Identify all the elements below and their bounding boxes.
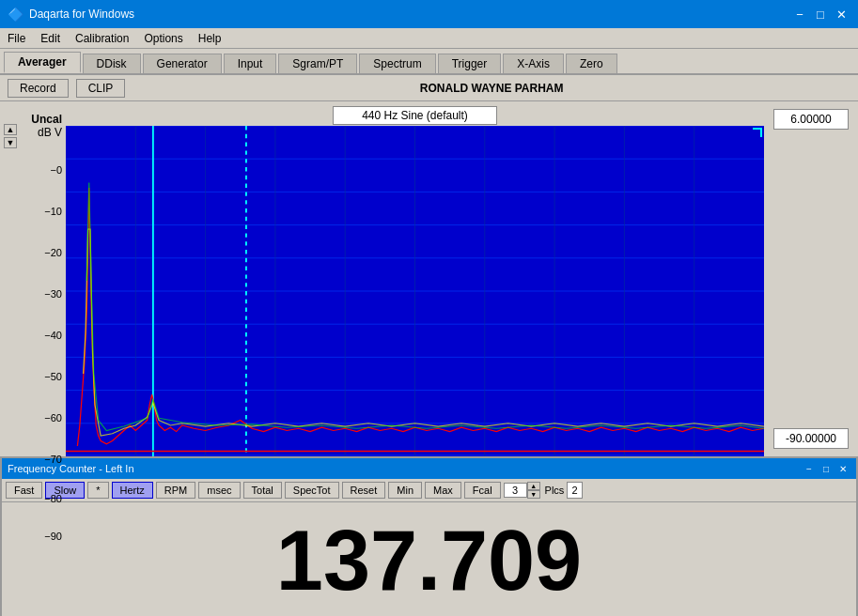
record-button[interactable]: Record bbox=[8, 79, 69, 98]
tab-x-axis[interactable]: X-Axis bbox=[503, 54, 564, 73]
freq-rpm-button[interactable]: RPM bbox=[156, 482, 195, 499]
freq-total-button[interactable]: Total bbox=[243, 482, 282, 499]
chart-wrapper: 440 Hz Sine (default) bbox=[66, 101, 764, 456]
freq-fcal-button[interactable]: Fcal bbox=[464, 482, 501, 499]
y-tick-80: −80 bbox=[44, 494, 62, 504]
tab-averager[interactable]: Averager bbox=[4, 52, 81, 73]
freq-close-button[interactable]: ✕ bbox=[835, 461, 850, 476]
freq-fast-button[interactable]: Fast bbox=[6, 482, 42, 499]
freq-counter-window: Frequency Counter - Left In − □ ✕ Fast S… bbox=[0, 456, 858, 616]
chart-canvas bbox=[66, 126, 764, 456]
plcs-input[interactable] bbox=[504, 483, 527, 498]
freq-hertz-button[interactable]: Hertz bbox=[112, 482, 153, 499]
y-tick-60: −60 bbox=[44, 413, 62, 424]
y-tick-40: −40 bbox=[44, 331, 62, 341]
bottom-value-box: -90.00000 bbox=[773, 428, 849, 449]
scroll-arrows: ▲ ▼ bbox=[4, 124, 17, 148]
title-bar-controls: − □ ✕ bbox=[790, 5, 850, 23]
minimize-button[interactable]: − bbox=[790, 5, 809, 23]
uncal-label: Uncal bbox=[31, 113, 62, 126]
unit-label: dB V bbox=[38, 126, 62, 139]
tab-trigger[interactable]: Trigger bbox=[438, 54, 502, 73]
freq-max-button[interactable]: Max bbox=[425, 482, 461, 499]
menu-calibration[interactable]: Calibration bbox=[68, 30, 136, 47]
freq-toolbar: Fast Slow * Hertz RPM msec Total SpecTot… bbox=[2, 479, 856, 502]
tab-zero[interactable]: Zero bbox=[566, 54, 617, 73]
generator-label-container: 440 Hz Sine (default) bbox=[66, 109, 764, 122]
tab-spectrum[interactable]: Spectrum bbox=[359, 54, 435, 73]
menu-options[interactable]: Options bbox=[136, 30, 190, 47]
main-area: ▲ ▼ Uncal dB V −0 −10 −20 −30 −40 −50 −6… bbox=[0, 101, 858, 456]
spinner-up-button[interactable]: ▲ bbox=[527, 482, 540, 490]
y-tick-70: −70 bbox=[44, 454, 62, 465]
clip-button[interactable]: CLIP bbox=[76, 79, 126, 98]
plcs-spinner: ▲ ▼ bbox=[504, 482, 540, 499]
spinner-down-button[interactable]: ▼ bbox=[527, 490, 540, 499]
tab-sgram-pt[interactable]: Sgram/PT bbox=[278, 54, 357, 73]
freq-title-controls: − □ ✕ bbox=[802, 461, 850, 476]
tab-input[interactable]: Input bbox=[224, 54, 277, 73]
freq-reset-button[interactable]: Reset bbox=[342, 482, 386, 499]
maximize-button[interactable]: □ bbox=[811, 5, 830, 23]
scroll-up-button[interactable]: ▲ bbox=[4, 124, 17, 135]
freq-min-button[interactable]: Min bbox=[388, 482, 422, 499]
freq-title-text: Frequency Counter - Left In bbox=[8, 463, 134, 474]
freq-display: 137.709 bbox=[2, 502, 856, 616]
toolbar-row: Record CLIP RONALD WAYNE PARHAM bbox=[0, 75, 858, 101]
scroll-down-button[interactable]: ▼ bbox=[4, 137, 17, 148]
y-tick-90: −90 bbox=[44, 531, 62, 542]
app-title: Daqarta for Windows bbox=[29, 8, 134, 21]
y-axis-area: ▲ ▼ Uncal dB V −0 −10 −20 −30 −40 −50 −6… bbox=[0, 101, 66, 456]
far-right-number: 2 bbox=[567, 482, 582, 499]
freq-title-bar: Frequency Counter - Left In − □ ✕ bbox=[2, 458, 856, 479]
title-bar: 🔷 Daqarta for Windows − □ ✕ bbox=[0, 0, 858, 28]
menu-bar: File Edit Calibration Options Help bbox=[0, 28, 858, 49]
title-bar-left: 🔷 Daqarta for Windows bbox=[8, 7, 134, 22]
chart-svg bbox=[66, 126, 764, 456]
user-name-label: RONALD WAYNE PARHAM bbox=[133, 82, 850, 95]
tab-ddisk[interactable]: DDisk bbox=[83, 54, 141, 73]
right-panel: 6.00000 -90.00000 bbox=[764, 101, 858, 456]
app-icon: 🔷 bbox=[8, 7, 23, 22]
tab-bar: Averager DDisk Generator Input Sgram/PT … bbox=[0, 49, 858, 75]
close-button[interactable]: ✕ bbox=[832, 5, 850, 23]
menu-edit[interactable]: Edit bbox=[33, 30, 68, 47]
freq-value-display: 137.709 bbox=[276, 513, 582, 609]
y-tick-20: −20 bbox=[44, 248, 62, 258]
plcs-label: Plcs bbox=[545, 485, 565, 496]
freq-spectot-button[interactable]: SpecTot bbox=[285, 482, 339, 499]
menu-help[interactable]: Help bbox=[191, 30, 229, 47]
top-value-box: 6.00000 bbox=[773, 109, 849, 130]
y-tick-30: −30 bbox=[44, 289, 62, 300]
spinner-arrows: ▲ ▼ bbox=[527, 482, 540, 499]
y-tick-10: −10 bbox=[44, 207, 62, 217]
y-tick-0: −0 bbox=[50, 165, 62, 176]
freq-maximize-button[interactable]: □ bbox=[819, 461, 834, 476]
generator-label-text: 440 Hz Sine (default) bbox=[333, 106, 497, 125]
y-tick-50: −50 bbox=[44, 372, 62, 382]
freq-minimize-button[interactable]: − bbox=[802, 461, 817, 476]
freq-msec-button[interactable]: msec bbox=[198, 482, 240, 499]
tab-generator[interactable]: Generator bbox=[143, 54, 222, 73]
corner-marker bbox=[753, 128, 762, 137]
freq-star-button[interactable]: * bbox=[87, 482, 108, 499]
menu-file[interactable]: File bbox=[0, 30, 33, 47]
